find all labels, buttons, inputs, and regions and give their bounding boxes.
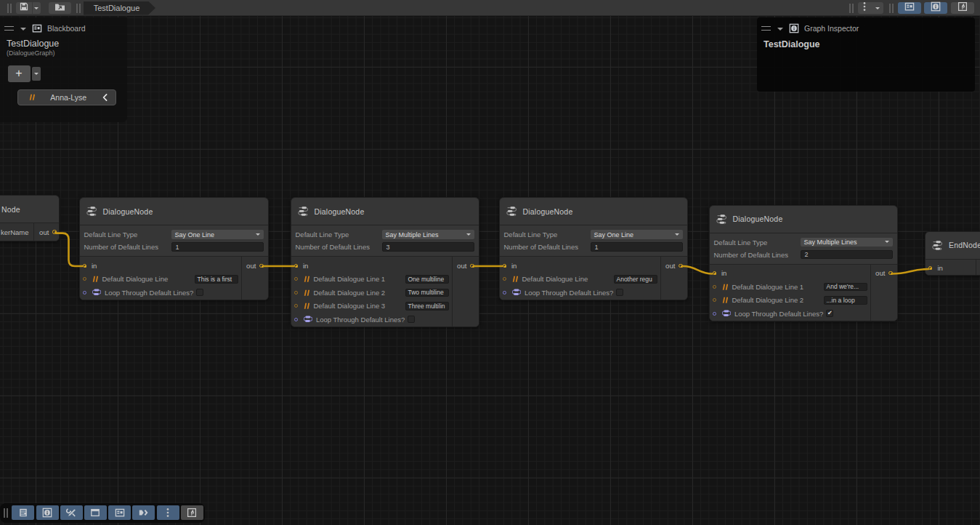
quote-icon	[304, 289, 310, 297]
dialogue-line-field[interactable]: This is a first	[195, 275, 238, 284]
port-out-circle[interactable]	[52, 230, 56, 233]
kebab-icon	[863, 1, 866, 15]
panel-button-info[interactable]	[36, 505, 59, 520]
panel-button-tools[interactable]	[60, 505, 83, 520]
port-circle[interactable]	[294, 277, 298, 281]
blackboard-panel: Blackboard TestDialogue (DialogueGraph) …	[0, 17, 127, 122]
number-field[interactable]: 1	[171, 242, 264, 252]
toggle-minimap[interactable]	[951, 2, 974, 15]
port-label: in	[303, 262, 308, 270]
panel-button-transition[interactable]	[132, 505, 155, 520]
line-type-dropdown[interactable]: Say Multiple Lines	[382, 230, 474, 239]
speaker-node[interactable]: NodekerNameout	[0, 195, 60, 241]
port-row-loop-through-default-lines: Loop Through Default Lines?	[80, 286, 241, 300]
toggle-graph-inspector[interactable]	[924, 2, 947, 15]
dialogue-node-1[interactable]: DialogueNodeDefault Line TypeSay One Lin…	[79, 197, 269, 300]
panel-button-pen[interactable]	[181, 505, 203, 520]
port-circle[interactable]	[503, 291, 506, 294]
port-circle[interactable]	[294, 318, 298, 321]
bottombar-drag-handle[interactable]	[4, 508, 9, 518]
port-circle[interactable]	[713, 271, 716, 275]
port-out-circle[interactable]	[679, 264, 682, 268]
right-drag-handle[interactable]	[849, 4, 854, 13]
port-circle[interactable]	[83, 277, 86, 281]
caret-down-icon	[256, 233, 260, 236]
port-circle[interactable]	[503, 277, 506, 281]
blackboard-field-anna-lyse[interactable]: Anna-Lyse	[17, 89, 116, 105]
dialogue-line-field[interactable]: ...in a loop	[824, 296, 867, 305]
tab-testdialogue[interactable]: TestDialogue	[84, 1, 155, 15]
panel-button-blackboard[interactable]	[108, 505, 131, 520]
port-circle[interactable]	[294, 291, 298, 294]
dialogue-line-field[interactable]: And we're...	[824, 283, 867, 292]
caret-down-icon	[885, 241, 889, 243]
property-row: Number of Default Lines1	[504, 241, 683, 253]
number-field[interactable]: 2	[801, 250, 893, 260]
toggles-drag-handle[interactable]	[889, 4, 894, 13]
open-asset-button[interactable]	[49, 2, 71, 14]
dialogue-line-field[interactable]: Another regu	[614, 275, 657, 284]
dialogue-line-field[interactable]: Three multilin	[405, 302, 449, 310]
tab-drag-handle[interactable]	[76, 4, 81, 13]
dialogue-node-3[interactable]: DialogueNodeDefault Line TypeSay One Lin…	[499, 197, 688, 300]
loop-icon	[92, 288, 101, 297]
add-variable-dropdown-button[interactable]	[32, 67, 41, 81]
port-out-circle[interactable]	[259, 264, 263, 268]
add-variable-button[interactable]: +	[8, 65, 31, 82]
port-circle[interactable]	[294, 264, 298, 268]
loop-checkbox[interactable]	[196, 289, 203, 296]
quote-icon	[304, 302, 310, 310]
panel-button-more[interactable]	[157, 505, 179, 520]
blackboard-header[interactable]: Blackboard	[0, 17, 127, 33]
line-type-dropdown[interactable]: Say One Line	[171, 230, 264, 239]
port-out-circle[interactable]	[470, 264, 474, 268]
port-label: Loop Through Default Lines?	[734, 310, 823, 318]
dialogue-line-field[interactable]: One multiline	[405, 275, 449, 284]
port-out[interactable]: out	[34, 223, 60, 241]
toggle-blackboard[interactable]	[898, 2, 921, 15]
chevron-left-icon[interactable]	[102, 94, 108, 101]
port-circle[interactable]	[713, 312, 716, 316]
port-circle[interactable]	[713, 285, 716, 289]
property-label: Number of Default Lines	[504, 243, 591, 251]
number-field[interactable]: 3	[382, 242, 474, 252]
port-circle[interactable]	[503, 264, 506, 268]
port-circle[interactable]	[83, 291, 86, 294]
info-icon	[931, 1, 941, 15]
loop-checkbox[interactable]	[616, 289, 623, 296]
port-label: in	[511, 262, 517, 270]
port-out-circle[interactable]	[888, 271, 892, 275]
node-title-label: DialogueNode	[733, 215, 783, 223]
save-dropdown-button[interactable]	[33, 2, 41, 14]
port-row-default-dialogue-line-2: Default Dialogue Line 2Two multiline	[291, 286, 452, 300]
loop-icon	[304, 315, 312, 324]
node-title-label: EndNode	[949, 241, 980, 249]
port-circle[interactable]	[928, 266, 932, 270]
collapse-triangle-icon[interactable]	[777, 28, 783, 31]
port-row-in: in	[926, 262, 976, 276]
toolbar-drag-handle[interactable]	[7, 4, 12, 13]
port-label: in	[721, 269, 726, 277]
port-label: Loop Through Default Lines?	[105, 289, 193, 297]
loop-checkbox[interactable]	[408, 316, 415, 323]
graph-inspector-header[interactable]: Graph Inspector	[757, 17, 975, 33]
dialogue-node-4[interactable]: DialogueNodeDefault Line TypeSay Multipl…	[709, 205, 898, 321]
line-type-dropdown[interactable]: Say Multiple Lines	[801, 238, 893, 247]
port-circle[interactable]	[713, 298, 716, 302]
options-menu-button[interactable]	[858, 2, 883, 14]
port-circle[interactable]	[294, 304, 298, 308]
dialogue-line-field[interactable]: Two multiline	[405, 289, 449, 297]
panel-button-window[interactable]	[84, 505, 107, 520]
dialogue-node-2[interactable]: DialogueNodeDefault Line TypeSay Multipl…	[291, 197, 479, 327]
end-node[interactable]: EndNodein	[925, 231, 980, 276]
node-title-label: DialogueNode	[315, 207, 365, 216]
save-button[interactable]	[16, 2, 32, 14]
panel-button-document[interactable]	[12, 505, 34, 520]
dropdown-value: Say One Line	[594, 231, 634, 239]
port-circle[interactable]	[83, 264, 86, 268]
property-label: Number of Default Lines	[296, 243, 382, 251]
line-type-dropdown[interactable]: Say One Line	[591, 230, 683, 239]
collapse-triangle-icon[interactable]	[20, 28, 26, 31]
loop-checkbox[interactable]: ✔	[826, 310, 833, 317]
number-field[interactable]: 1	[591, 242, 683, 252]
